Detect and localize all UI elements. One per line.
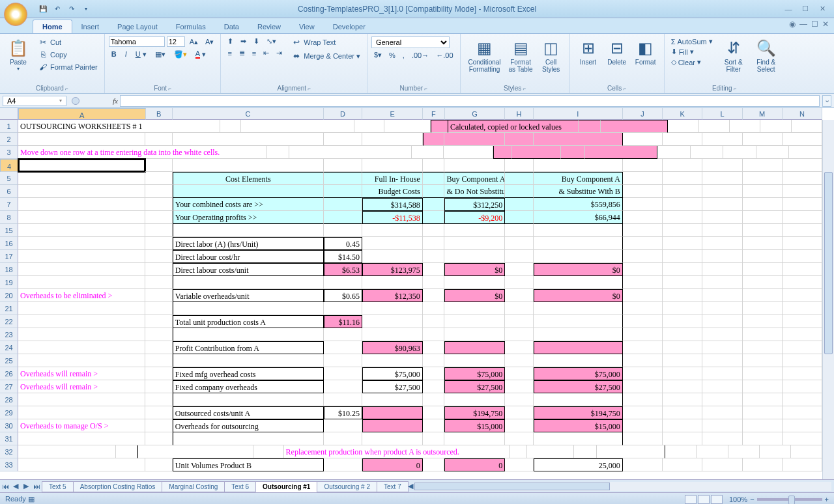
cell-M18[interactable] [743,263,783,276]
format-table-button[interactable]: ▤Format as Table [505,36,537,74]
cell-G5[interactable]: Buy Component A [444,172,505,185]
cell-D2[interactable] [324,133,362,146]
cell-G24[interactable] [444,341,505,354]
font-name-input[interactable] [109,36,165,47]
cell-H33[interactable] [505,458,533,471]
cell-C16[interactable]: Direct labor (A) (hrs/Unit) [173,237,324,250]
cell-H19[interactable] [505,276,533,289]
cell-N7[interactable] [783,198,822,211]
cell-I31[interactable] [534,432,623,445]
tab-data[interactable]: Data [215,20,248,33]
cell-L29[interactable] [702,406,742,419]
sheet-tab-outsourcing-#1[interactable]: Outsourcing #1 [255,481,317,492]
dec-indent-button[interactable]: ⇤ [261,48,272,58]
cell-H25[interactable] [505,354,533,367]
shrink-font-button[interactable]: A▾ [203,36,216,47]
cell-K25[interactable] [663,354,702,367]
cell-E23[interactable] [362,328,423,341]
cell-F7[interactable] [423,198,445,211]
cell-D22[interactable]: $11.16 [324,315,362,328]
cell-B15[interactable] [145,224,173,237]
cell-I32[interactable] [597,445,666,458]
cell-B22[interactable] [145,315,173,328]
cell-G27[interactable]: $27,500 [444,380,505,393]
cell-A24[interactable] [18,341,145,354]
cell-L22[interactable] [702,315,742,328]
cell-I18[interactable]: $0 [534,263,623,276]
cell-C23[interactable] [173,328,324,341]
cell-K26[interactable] [663,367,702,380]
cell-H2[interactable] [505,133,533,146]
cell-H31[interactable] [505,432,533,445]
col-header-I[interactable]: I [534,108,623,120]
cell-I15[interactable] [534,224,623,237]
cell-N29[interactable] [783,406,822,419]
row-header-6[interactable]: 6 [0,185,18,198]
cell-F33[interactable] [423,458,445,471]
cell-G32[interactable] [527,445,574,458]
cell-E5[interactable]: Full In- House [362,172,423,185]
cell-B27[interactable] [145,380,173,393]
cell-K29[interactable] [663,406,702,419]
tab-developer[interactable]: Developer [324,20,375,33]
cell-A18[interactable] [18,263,145,276]
cell-I24[interactable] [534,341,623,354]
cell-J7[interactable] [623,198,663,211]
cell-H22[interactable] [505,315,533,328]
cell-M5[interactable] [743,172,783,185]
font-size-input[interactable] [167,36,185,47]
cell-C1[interactable] [241,120,354,133]
normal-view-button[interactable] [685,495,697,504]
row-header-3[interactable]: 3 [0,146,18,159]
page-layout-view-button[interactable] [698,495,710,504]
clear-button[interactable]: ◇ Clear ▾ [669,57,715,67]
macro-icon[interactable]: ▦ [28,495,35,503]
cell-D20[interactable]: $0.65 [324,289,362,302]
cell-K18[interactable] [663,263,702,276]
cell-N26[interactable] [783,367,822,380]
cell-C20[interactable]: Variable overheads/unit [173,289,324,302]
cell-A29[interactable] [18,406,145,419]
cell-G8[interactable]: -$9,200 [444,211,505,224]
sheet-nav-next[interactable]: ▶ [21,482,31,490]
cell-H15[interactable] [505,224,533,237]
cell-L16[interactable] [702,237,742,250]
row-header-24[interactable]: 24 [0,341,18,354]
cell-D23[interactable] [324,328,362,341]
cell-G7[interactable]: $312,250 [444,198,505,211]
cell-H26[interactable] [505,367,533,380]
cell-M26[interactable] [743,367,783,380]
cell-K28[interactable] [663,393,702,406]
cell-N15[interactable] [783,224,822,237]
cell-K33[interactable] [663,458,702,471]
inc-indent-button[interactable]: ⇥ [274,48,285,58]
cell-C27[interactable]: Fixed company overheads [173,380,324,393]
cell-B7[interactable] [145,198,173,211]
cell-H21[interactable] [505,302,533,315]
delete-cells-button[interactable]: ⊟Delete [603,36,631,67]
cell-N3[interactable] [789,146,822,159]
cell-N33[interactable] [783,458,822,471]
cell-G15[interactable] [444,224,505,237]
cell-F26[interactable] [423,367,445,380]
horizontal-scrollbar[interactable] [414,482,831,491]
cell-M16[interactable] [743,237,783,250]
cell-L18[interactable] [702,263,742,276]
cell-F2[interactable] [423,133,445,146]
name-box[interactable]: A4 [3,96,66,106]
cell-H6[interactable] [505,185,533,198]
cell-C18[interactable]: Direct labour costs/unit [173,263,324,276]
cell-N17[interactable] [783,250,822,263]
cell-F4[interactable] [423,159,445,172]
cell-J1[interactable] [668,120,698,133]
cell-H3[interactable] [561,146,584,159]
formula-expand-button[interactable]: ⌄ [822,95,831,107]
cell-E30[interactable] [362,419,423,432]
cell-N30[interactable] [783,419,822,432]
cell-N32[interactable] [791,445,822,458]
cell-I20[interactable]: $0 [534,289,623,302]
cell-A21[interactable] [18,302,145,315]
row-header-27[interactable]: 27 [0,380,18,393]
sheet-nav-first[interactable]: ⏮ [0,483,10,490]
cell-D1[interactable] [354,120,384,133]
